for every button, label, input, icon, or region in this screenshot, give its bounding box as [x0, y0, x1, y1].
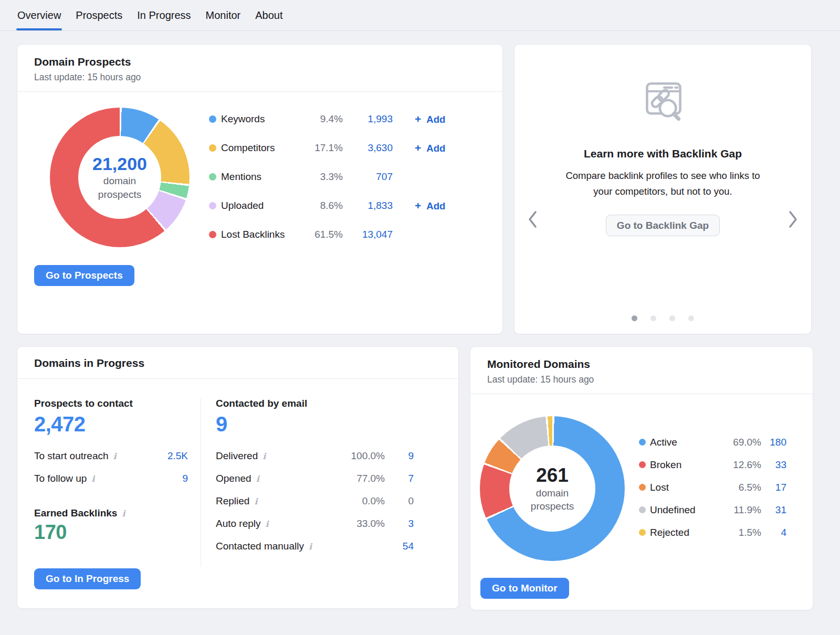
- legend-row: Mentions 3.3% 707 Add: [209, 162, 445, 191]
- info-icon[interactable]: i: [256, 474, 259, 484]
- legend-row: Lost 6.5% 17: [639, 476, 786, 499]
- add-competitors-link[interactable]: Add: [415, 142, 445, 154]
- plus-icon: [415, 143, 426, 154]
- legend-row: Active 69.0% 180: [639, 431, 786, 453]
- legend-color-dot: [639, 439, 646, 446]
- tab-about[interactable]: About: [254, 0, 284, 30]
- info-icon[interactable]: i: [91, 474, 94, 484]
- backlink-gap-icon: [634, 79, 692, 134]
- stat-label: To start outreach: [34, 450, 109, 461]
- promo-description: Compare backlink profiles to see who lin…: [565, 168, 761, 199]
- legend-color-dot: [209, 144, 216, 152]
- tab-in-progress[interactable]: In Progress: [136, 0, 192, 30]
- info-icon[interactable]: i: [113, 451, 117, 461]
- to-follow-up-value[interactable]: 9: [151, 473, 188, 484]
- legend-color-dot: [209, 202, 216, 209]
- legend-label: Active: [650, 437, 719, 448]
- carousel-dot[interactable]: [688, 315, 694, 321]
- carousel-dots: [514, 315, 811, 321]
- stat-header: Contacted by email: [216, 398, 414, 409]
- legend-value-link[interactable]: 3,630: [343, 142, 393, 154]
- info-icon[interactable]: i: [254, 496, 257, 506]
- info-icon[interactable]: i: [266, 519, 269, 529]
- legend-color-dot: [209, 231, 216, 238]
- monitored-domains-legend: Active 69.0% 180 Broken 12.6% 33 Lost 6.…: [639, 431, 786, 561]
- add-keywords-link[interactable]: Add: [415, 113, 445, 125]
- stat-row: To start outreachi 2.5K: [34, 444, 188, 467]
- legend-row: Rejected 1.5% 4: [639, 521, 786, 544]
- tab-monitor[interactable]: Monitor: [205, 0, 242, 30]
- stat-row: Repliedi 0.0% 0: [216, 490, 414, 512]
- contacted-manually-value[interactable]: 54: [385, 541, 414, 552]
- legend-row: Undefined 11.9% 31: [639, 499, 786, 521]
- tab-prospects[interactable]: Prospects: [75, 0, 123, 30]
- backlink-gap-promo-card: Learn more with Backlink Gap Compare bac…: [514, 44, 812, 334]
- stat-percent: 0.0%: [335, 495, 385, 507]
- legend-value-link[interactable]: 1,993: [343, 113, 393, 125]
- add-label: Add: [426, 143, 445, 154]
- donut-center-label: domain: [103, 174, 136, 187]
- stat-header: Prospects to contact: [34, 398, 201, 409]
- lost-count-link[interactable]: 17: [761, 482, 786, 493]
- info-icon[interactable]: i: [262, 451, 266, 461]
- carousel-dot[interactable]: [632, 315, 637, 321]
- tab-overview-label: Overview: [17, 9, 61, 22]
- prospects-to-contact-value: 2,472: [34, 412, 201, 436]
- go-to-in-progress-button[interactable]: Go to In Progress: [34, 568, 141, 589]
- go-to-prospects-button[interactable]: Go to Prospects: [34, 265, 134, 286]
- donut-total-value: 21,200: [92, 154, 147, 174]
- auto-reply-value[interactable]: 3: [385, 518, 414, 530]
- tab-in-progress-label: In Progress: [137, 9, 191, 22]
- tab-overview[interactable]: Overview: [16, 0, 62, 30]
- legend-value-link[interactable]: 1,833: [343, 200, 393, 211]
- donut-center-label: prospects: [98, 188, 141, 201]
- replied-value[interactable]: 0: [385, 495, 414, 507]
- legend-percent: 8.6%: [306, 200, 343, 211]
- add-uploaded-link[interactable]: Add: [415, 199, 445, 212]
- legend-color-dot: [639, 529, 646, 536]
- stat-row: Auto replyi 33.0% 3: [216, 512, 414, 535]
- legend-row: Lost Backlinks 61.5% 13,047 Add: [209, 220, 445, 249]
- legend-value-link[interactable]: 707: [343, 171, 393, 183]
- legend-label: Keywords: [221, 113, 306, 125]
- go-to-backlink-gap-button[interactable]: Go to Backlink Gap: [606, 215, 720, 236]
- legend-percent: 6.5%: [719, 482, 761, 493]
- stat-row: Contacted manuallyi 54: [216, 535, 414, 557]
- prospects-to-contact-column: Prospects to contact 2,472 To start outr…: [34, 398, 201, 589]
- carousel-dot[interactable]: [669, 315, 675, 321]
- stat-label: Opened: [216, 473, 251, 484]
- opened-value[interactable]: 7: [385, 473, 414, 484]
- domains-in-progress-card: Domains in Progress Prospects to contact…: [17, 346, 459, 609]
- rejected-count-link[interactable]: 4: [761, 527, 786, 538]
- undefined-count-link[interactable]: 31: [761, 504, 786, 516]
- stat-row: Deliveredi 100.0% 9: [216, 444, 414, 467]
- legend-percent: 12.6%: [719, 459, 761, 471]
- info-icon[interactable]: i: [309, 542, 312, 552]
- carousel-dot[interactable]: [650, 315, 656, 321]
- legend-row: Competitors 17.1% 3,630 Add: [209, 133, 445, 162]
- to-start-outreach-value[interactable]: 2.5K: [151, 450, 188, 462]
- info-icon[interactable]: i: [122, 509, 125, 518]
- legend-value-link[interactable]: 13,047: [343, 229, 393, 240]
- carousel-prev-arrow-icon[interactable]: [524, 206, 542, 234]
- broken-count-link[interactable]: 33: [761, 459, 786, 471]
- stat-label: To follow up: [34, 473, 87, 484]
- donut-center: 21,200 domain prospects: [78, 136, 161, 219]
- monitored-domains-header: Monitored Domains Last update: 15 hours …: [470, 347, 813, 394]
- delivered-value[interactable]: 9: [385, 450, 414, 462]
- card-title: Domain Prospects: [34, 56, 486, 68]
- donut-total-value: 261: [536, 464, 569, 486]
- column-divider: [201, 398, 201, 567]
- tab-monitor-label: Monitor: [206, 9, 241, 22]
- legend-label: Undefined: [650, 504, 719, 516]
- legend-color-dot: [209, 115, 216, 123]
- carousel-next-arrow-icon[interactable]: [784, 206, 802, 234]
- active-count-link[interactable]: 180: [761, 437, 786, 448]
- legend-row: Uploaded 8.6% 1,833 Add: [209, 191, 445, 220]
- earned-backlinks-value: 170: [34, 521, 201, 544]
- card-title: Monitored Domains: [487, 358, 796, 371]
- go-to-monitor-button[interactable]: Go to Monitor: [480, 578, 569, 599]
- legend-label: Rejected: [650, 527, 719, 538]
- legend-percent: 11.9%: [719, 504, 761, 516]
- legend-label: Mentions: [221, 171, 306, 183]
